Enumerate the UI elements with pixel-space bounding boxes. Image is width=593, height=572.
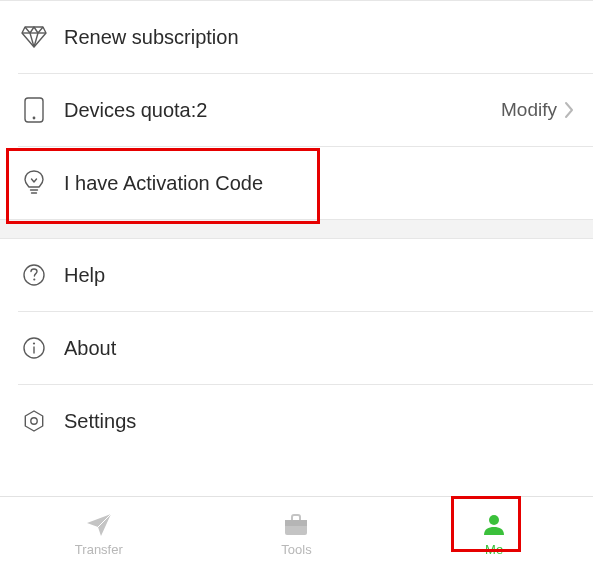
tab-label: Tools (281, 542, 311, 557)
svg-point-3 (33, 278, 35, 280)
modify-label: Modify (501, 99, 557, 121)
svg-point-9 (489, 515, 499, 525)
briefcase-icon (283, 512, 309, 538)
tab-bar: Transfer Tools Me (0, 496, 593, 572)
svg-point-1 (33, 117, 36, 120)
row-label: Help (64, 264, 575, 287)
row-settings[interactable]: Settings (0, 385, 593, 457)
section-gap (0, 219, 593, 239)
row-label: About (64, 337, 575, 360)
settings-icon (18, 409, 50, 433)
svg-point-5 (33, 342, 35, 344)
info-icon (18, 336, 50, 360)
tab-label: Transfer (75, 542, 123, 557)
device-icon (18, 97, 50, 123)
devices-quota-modify[interactable]: Modify (501, 99, 575, 121)
tab-tools[interactable]: Tools (236, 505, 356, 565)
row-label: I have Activation Code (64, 172, 575, 195)
tab-label: Me (485, 542, 503, 557)
help-icon (18, 263, 50, 287)
row-label: Settings (64, 410, 575, 433)
send-icon (86, 512, 112, 538)
tab-transfer[interactable]: Transfer (39, 505, 159, 565)
row-label: Renew subscription (64, 26, 575, 49)
row-about[interactable]: About (0, 312, 593, 384)
row-renew-subscription[interactable]: Renew subscription (0, 1, 593, 73)
person-icon (482, 512, 506, 538)
chevron-right-icon (563, 100, 575, 120)
svg-rect-8 (285, 520, 307, 526)
row-label: Devices quota:2 (64, 99, 501, 122)
row-activation-code[interactable]: I have Activation Code (0, 147, 593, 219)
row-help[interactable]: Help (0, 239, 593, 311)
svg-point-6 (31, 418, 37, 424)
tab-me[interactable]: Me (434, 505, 554, 565)
lightbulb-icon (18, 170, 50, 196)
row-devices-quota[interactable]: Devices quota:2 Modify (0, 74, 593, 146)
diamond-icon (18, 26, 50, 48)
